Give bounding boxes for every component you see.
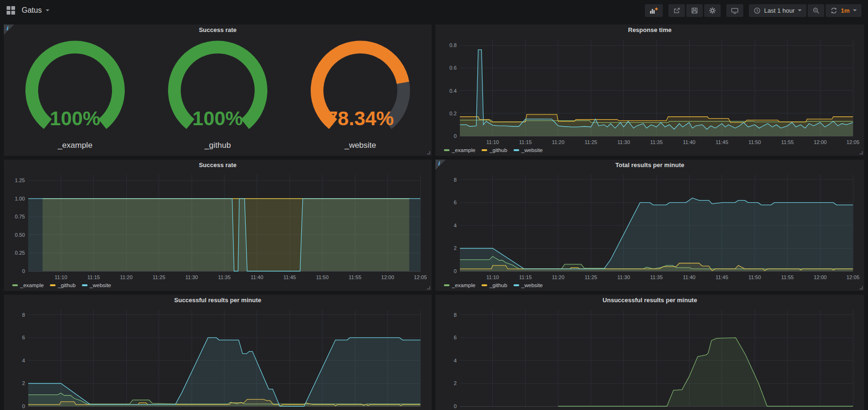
x-axis-tick-label: 11:25: [153, 274, 165, 280]
y-axis-tick-label: 0.75: [15, 214, 25, 219]
y-axis-tick-label: 0.8: [450, 42, 457, 48]
panel-title[interactable]: Success rate: [4, 24, 432, 36]
legend-label: _github: [58, 282, 76, 288]
panel-success-rate-graph: Success rate 11:1011:1511:2011:2511:3011…: [4, 160, 432, 291]
panel-title[interactable]: Successful results per minute: [4, 295, 432, 306]
y-axis-tick-label: 1.00: [15, 196, 25, 201]
x-axis-tick-label: 11:30: [618, 139, 630, 145]
panel-info-corner[interactable]: [435, 160, 446, 170]
legend-swatch-icon: [482, 149, 487, 151]
x-axis-tick-label: 11:20: [552, 274, 564, 280]
panel-resize-handle[interactable]: [427, 286, 430, 289]
add-panel-icon: [650, 7, 658, 14]
legend-label: _website: [522, 147, 543, 153]
legend-swatch-icon: [444, 284, 450, 286]
y-axis-tick-label: 2: [454, 245, 457, 251]
panel-success-rate-gauges: i Success rate 100%_example100%_github78…: [4, 24, 432, 156]
y-axis-tick-label: 0: [454, 403, 457, 409]
legend-item-_github[interactable]: _github: [50, 282, 76, 288]
monitor-icon: [731, 7, 739, 14]
panel-title[interactable]: Success rate: [4, 160, 432, 171]
side-menu-icon[interactable]: [7, 6, 15, 15]
legend-item-_example[interactable]: _example: [444, 147, 475, 153]
share-button[interactable]: [668, 4, 685, 17]
legend-label: _example: [452, 282, 475, 288]
legend-item-_github[interactable]: _github: [482, 282, 507, 288]
legend-item-_example[interactable]: _example: [12, 282, 44, 288]
legend-item-_github[interactable]: _github: [482, 147, 507, 153]
panel-title[interactable]: Unsuccessful results per minute: [435, 295, 864, 306]
y-axis-tick-label: 0.25: [15, 250, 25, 256]
save-button[interactable]: [686, 4, 703, 17]
legend-label: _example: [452, 147, 475, 153]
panel-resize-handle[interactable]: [860, 286, 863, 289]
y-axis-tick-label: 0.4: [450, 88, 457, 94]
x-axis-tick-label: 11:45: [715, 139, 728, 145]
x-axis-tick-label: 11:35: [650, 274, 663, 280]
y-axis-tick-label: 6: [22, 335, 25, 340]
x-axis-tick-label: 11:35: [650, 139, 663, 145]
x-axis-tick-label: 11:55: [349, 274, 362, 280]
toolbar: Last 1 hour 1m: [645, 4, 861, 17]
x-axis-tick-label: 12:00: [814, 139, 827, 145]
chart-legend: _example_github_website: [444, 281, 543, 289]
panel-total-results: i Total results per minute 11:1011:1511:…: [435, 160, 864, 291]
y-axis-tick-label: 4: [454, 223, 457, 228]
add-panel-button[interactable]: [645, 4, 663, 17]
dashboard-title[interactable]: Gatus: [22, 6, 42, 15]
settings-button[interactable]: [704, 4, 721, 17]
legend-item-_example[interactable]: _example: [444, 282, 475, 288]
dashboard-grid: i Success rate 100%_example100%_github78…: [0, 21, 868, 410]
panel-successful-results: Successful results per minute 11:1011:15…: [4, 295, 432, 410]
legend-label: _website: [90, 282, 111, 288]
x-axis-tick-label: 12:00: [381, 274, 394, 280]
series-area-_website: [28, 338, 420, 406]
panel-title[interactable]: Total results per minute: [435, 160, 864, 171]
x-axis-tick-label: 11:40: [251, 274, 264, 280]
y-axis-tick-label: 6: [454, 200, 457, 205]
x-axis-tick-label: 12:05: [846, 139, 860, 145]
legend-swatch-icon: [514, 284, 519, 286]
x-axis-tick-label: 12:05: [414, 274, 427, 280]
series-area-_website: [558, 338, 853, 406]
legend-item-_website[interactable]: _website: [514, 282, 543, 288]
tv-mode-button[interactable]: [726, 4, 743, 17]
legend-label: _website: [522, 282, 543, 288]
panel-info-corner[interactable]: [4, 24, 14, 35]
y-axis-tick-label: 0.50: [15, 232, 25, 238]
series-area-_website: [460, 198, 853, 271]
refresh-button[interactable]: 1m: [826, 4, 861, 17]
legend-swatch-icon: [444, 149, 450, 151]
y-axis-tick-label: 2: [454, 380, 457, 386]
y-axis-tick-label: 4: [22, 358, 25, 363]
x-axis-tick-label: 11:45: [715, 274, 728, 280]
time-range-picker[interactable]: Last 1 hour: [749, 4, 806, 17]
y-axis-tick-label: 6: [454, 335, 457, 340]
x-axis-tick-label: 11:10: [55, 274, 67, 280]
gauge-label: _website: [344, 141, 376, 150]
y-axis-tick-label: 0: [454, 268, 457, 274]
chart-unsuccessful-results: 11:1011:1511:2011:2511:3011:3511:4011:45…: [438, 306, 860, 410]
x-axis-tick-label: 11:45: [283, 274, 296, 280]
chart-legend: _example_github_website: [444, 146, 543, 154]
chart-success-rate: 11:1011:1511:2011:2511:3011:3511:4011:45…: [7, 171, 427, 290]
info-icon: i: [438, 161, 440, 167]
zoom-out-button[interactable]: [808, 4, 824, 17]
zoom-out-icon: [812, 7, 820, 14]
x-axis-tick-label: 12:00: [814, 274, 827, 280]
y-axis-tick-label: 0: [22, 403, 25, 409]
y-axis-tick-label: 8: [22, 312, 25, 318]
panel-resize-handle[interactable]: [860, 151, 863, 154]
legend-item-_website[interactable]: _website: [514, 147, 543, 153]
x-axis-tick-label: 11:35: [218, 274, 231, 280]
panel-resize-handle[interactable]: [427, 151, 430, 154]
x-axis-tick-label: 11:15: [519, 274, 532, 280]
y-axis-tick-label: 8: [454, 177, 457, 183]
panel-title[interactable]: Response time: [435, 24, 864, 36]
panel-unsuccessful-results: Unsuccessful results per minute 11:1011:…: [435, 295, 864, 410]
x-axis-tick-label: 11:30: [185, 274, 198, 280]
navbar: Gatus: [0, 0, 868, 21]
legend-item-_website[interactable]: _website: [82, 282, 111, 288]
y-axis-tick-label: 2: [22, 380, 25, 386]
x-axis-tick-label: 11:55: [781, 274, 794, 280]
